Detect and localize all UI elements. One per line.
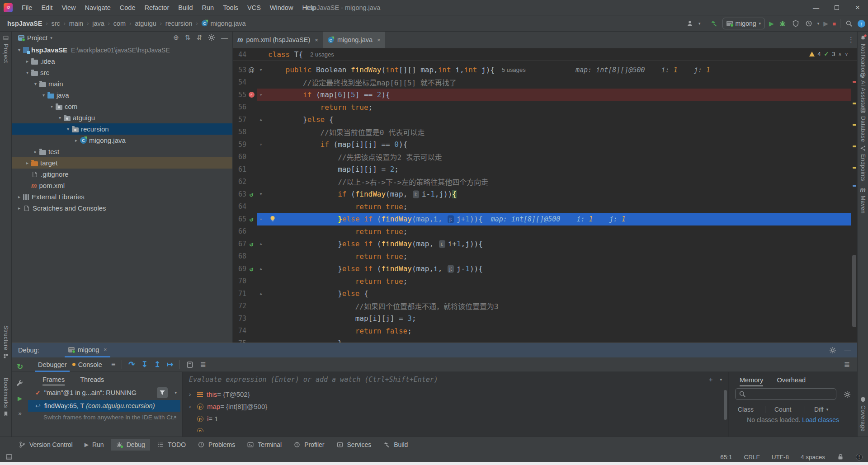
file-encoding[interactable]: UTF-8 (772, 454, 789, 460)
intention-bulb-icon[interactable] (269, 215, 276, 222)
tab-options-icon[interactable]: ⋮ (848, 36, 854, 44)
code-line-69[interactable]: 69↺▵ }else if (findWay(map,i, j:j-1)){ (233, 263, 857, 275)
tree-row-src[interactable]: ▾src (12, 67, 232, 78)
chevron-down-icon[interactable]: ▾ (24, 70, 31, 75)
sidebar-item-bookmarks[interactable]: Bookmarks (0, 378, 11, 418)
line-number[interactable]: 63 (233, 190, 246, 198)
chevron-down-icon[interactable]: ▾ (56, 115, 64, 120)
chevron-down-icon[interactable]: ▾ (15, 47, 23, 52)
menu-tools[interactable]: Tools (218, 0, 243, 15)
error-stripe-mark[interactable] (853, 103, 856, 104)
fold-up-icon[interactable]: ▵ (256, 241, 265, 247)
caret-position[interactable]: 65:1 (720, 454, 732, 460)
fold-up-icon[interactable]: ▵ (256, 266, 265, 272)
tree-row-pom.xml[interactable]: mpom.xml (12, 180, 232, 191)
code-line-68[interactable]: 68 return true; (233, 250, 857, 263)
line-number[interactable]: 73 (233, 315, 246, 323)
stack-frame-row[interactable]: ↩ findWay:65, T (com.atguigu.recursion) (28, 400, 180, 412)
line-number[interactable]: 56 (233, 103, 246, 111)
tab-overhead[interactable]: Overhead (777, 376, 806, 386)
error-stripe-mark[interactable] (853, 81, 856, 83)
code-line-63[interactable]: 63↺▿ if (findWay(map, i:i-1,j)){ (233, 188, 857, 201)
run-button[interactable]: ▶ (769, 20, 774, 27)
project-view-dropdown-icon[interactable]: ▾ (50, 36, 52, 40)
settings-gear-icon[interactable] (829, 347, 836, 354)
tree-row-target[interactable]: ▸target (12, 157, 232, 169)
close-icon[interactable]: × (377, 37, 381, 43)
toolwindow-button-debug[interactable]: Debug (111, 439, 150, 451)
code-line-64[interactable]: 64 return true; (233, 201, 857, 213)
breadcrumb-item[interactable]: atguigu (135, 20, 156, 27)
close-icon[interactable]: × (104, 347, 107, 353)
close-icon[interactable]: × (174, 414, 177, 420)
indent-setting[interactable]: 4 spaces (801, 454, 825, 460)
inspections-widget[interactable]: 4 ✓ 3 ∧ ∨ (809, 51, 848, 57)
chevron-right-icon[interactable]: ▸ (72, 138, 80, 143)
line-number[interactable]: 66 (233, 227, 246, 235)
code-line-67[interactable]: 67↺▵ }else if (findWay(map, i:i+1,j)){ (233, 238, 857, 250)
chevron-right-icon[interactable]: ▸ (24, 59, 31, 64)
menu-window[interactable]: Window (265, 0, 298, 15)
breadcrumb-item[interactable]: recursion (165, 20, 193, 27)
error-stripe-mark[interactable] (853, 146, 856, 147)
error-stripe-mark[interactable] (853, 124, 856, 126)
breakpoint-icon[interactable]: ✓ (246, 92, 256, 98)
tab-debugger[interactable]: Debugger (35, 357, 70, 372)
variable-row-this[interactable]: ›this = {T@502} (183, 388, 724, 400)
fold-down-icon[interactable]: ▿ (256, 92, 265, 98)
line-number[interactable]: 44 (233, 51, 246, 59)
fold-up-icon[interactable]: ▵ (256, 291, 265, 296)
usages-hint[interactable]: 2 usages (310, 51, 334, 58)
line-number[interactable]: 69 (233, 265, 246, 273)
restore-layout-icon[interactable]: ≣ (844, 360, 850, 369)
debug-button[interactable] (778, 19, 787, 28)
hide-panel-icon[interactable]: — (221, 34, 228, 42)
sidebar-item-coverage[interactable]: Coverage (858, 396, 868, 432)
toolwindow-button-terminal[interactable]: Terminal (242, 439, 287, 451)
fold-down-icon[interactable]: ▿ (256, 67, 265, 73)
project-panel-header[interactable]: Project ▾ ⊕ ⇅ ⇵ — (12, 32, 232, 44)
code-line-59[interactable]: 59▿ if (map[i][j] == 0){ (233, 138, 857, 151)
tree-row-java[interactable]: ▾java (12, 89, 232, 101)
fold-up-icon[interactable]: ▵ (256, 216, 265, 222)
memory-search-field[interactable] (735, 388, 836, 400)
close-icon[interactable]: × (315, 37, 318, 43)
chevron-right-icon[interactable]: ▸ (24, 160, 31, 165)
layout-settings-icon[interactable]: ≣ (200, 360, 206, 369)
memory-settings-gear-icon[interactable] (844, 391, 851, 398)
tree-row-com[interactable]: ▾com (12, 101, 232, 112)
code-line-71[interactable]: 71▵ }else { (233, 287, 857, 300)
run-disabled-button[interactable]: ▶ (823, 20, 828, 27)
expand-all-icon[interactable]: ⇅ (185, 33, 191, 42)
breadcrumb-item[interactable]: Cmigong.java (201, 20, 245, 27)
line-number[interactable]: 71 (233, 290, 246, 298)
toolwindow-button-problems[interactable]: Problems (193, 439, 240, 451)
maximize-button[interactable] (826, 0, 847, 15)
editor-tab-migong.java[interactable]: Cmigong.java× (323, 32, 385, 48)
line-number[interactable]: 62 (233, 178, 246, 186)
line-number[interactable]: 59 (233, 141, 246, 149)
chevron-down-icon[interactable]: ▾ (40, 93, 47, 98)
menu-code[interactable]: Code (115, 0, 140, 15)
breadcrumb-item[interactable]: main (69, 20, 83, 27)
menu-build[interactable]: Build (174, 0, 197, 15)
tab-console[interactable]: Console (70, 357, 105, 372)
breadcrumb-item[interactable]: src (51, 20, 60, 27)
line-number[interactable]: 65 (233, 215, 246, 223)
menu-file[interactable]: File (17, 0, 37, 15)
chevron-down-icon[interactable]: ▾ (720, 377, 722, 382)
coverage-button[interactable] (791, 19, 800, 28)
code-line-60[interactable]: 60 //先把该点设置为2 表示可以走 (233, 151, 857, 164)
locate-file-icon[interactable]: ⊕ (173, 33, 179, 42)
load-classes-link[interactable]: Load classes (802, 416, 839, 423)
expand-chevron-icon[interactable]: › (189, 403, 197, 410)
variables-scrollbar[interactable] (724, 390, 727, 420)
add-watch-icon[interactable]: + (709, 376, 713, 383)
column-header-diff[interactable]: Diff▾ (805, 406, 857, 413)
tool-window-toggle-icon[interactable] (5, 453, 13, 460)
error-stripe-mark[interactable] (853, 185, 856, 187)
thread-selector[interactable]: ✓ "main"@1 in g...ain": RUNNING ▾ (28, 385, 182, 400)
rerun-icon[interactable]: ↻ (17, 362, 23, 371)
code-line-70[interactable]: 70 return true; (233, 275, 857, 288)
menu-edit[interactable]: Edit (37, 0, 57, 15)
